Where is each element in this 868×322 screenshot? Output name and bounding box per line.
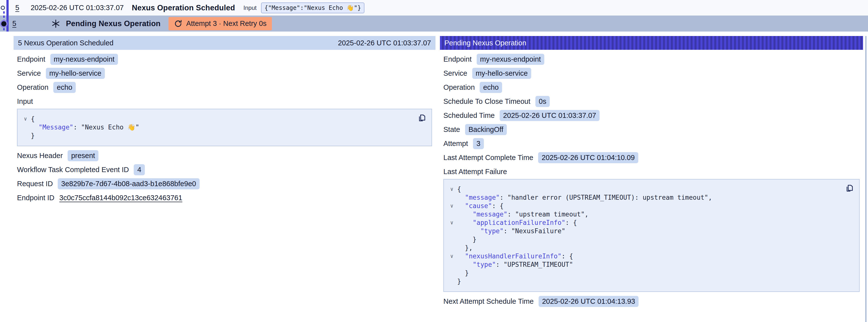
json-text: { xyxy=(457,185,461,193)
field-value-badge: 3 xyxy=(473,138,484,149)
code-gutter xyxy=(446,260,457,269)
json-text: } xyxy=(457,269,469,277)
copy-icon[interactable] xyxy=(844,184,854,193)
timeline-node-selected[interactable] xyxy=(1,21,6,26)
code-line: "Message": "Nexus Echo 👋" xyxy=(20,123,426,131)
failure-section-label: Last Attempt Failure xyxy=(443,166,860,177)
field-label: Endpoint ID xyxy=(17,194,55,202)
pending-panel-header: Pending Nexus Operation xyxy=(440,36,863,50)
json-key: "applicationFailureInfo" xyxy=(473,219,565,227)
timeline-node-open[interactable] xyxy=(1,6,5,10)
scrollbar-track[interactable] xyxy=(865,36,867,322)
json-text: } xyxy=(457,235,476,244)
field-label: Schedule To Close Timeout xyxy=(443,97,530,105)
code-gutter xyxy=(446,269,457,277)
event-title: Pending Nexus Operation xyxy=(66,19,161,28)
scheduled-event-panel: 5 Nexus Operation Scheduled 2025-02-26 U… xyxy=(13,36,435,206)
event-title: Nexus Operation Scheduled xyxy=(132,3,235,12)
json-text: }, xyxy=(457,244,473,252)
field-label: Next Attempt Schedule Time xyxy=(443,297,534,305)
json-key: "cause" xyxy=(465,202,492,210)
field-value-badge: 3e829b7e-7d67-4b08-aad3-b1e868bfe9e0 xyxy=(58,178,199,189)
field-list: Nexus HeaderpresentWorkflow Task Complet… xyxy=(17,150,432,203)
field-value-badge: BackingOff xyxy=(465,124,507,135)
json-text xyxy=(457,227,480,235)
field-row-next-attempt-schedule-time: Next Attempt Schedule Time2025-02-26 UTC… xyxy=(443,296,860,307)
pending-panel-body: Endpointmy-nexus-endpointServicemy-hello… xyxy=(440,50,863,307)
field-label: Service xyxy=(443,69,467,77)
json-key: "nexusHandlerFailureInfo" xyxy=(465,252,561,260)
code-line: ∨ "nexusHandlerFailureInfo": { xyxy=(446,252,853,260)
json-key: "message" xyxy=(465,193,500,202)
json-text: : "Nexus Echo 👋" xyxy=(73,123,139,131)
field-row-attempt: Attempt3 xyxy=(443,138,860,149)
code-gutter xyxy=(446,210,457,219)
json-key: "message" xyxy=(473,210,507,219)
field-value-badge: 2025-02-26 UTC 01:04:13.93 xyxy=(538,296,639,307)
field-label: Operation xyxy=(443,83,475,92)
pending-operation-panel: Pending Nexus Operation Endpointmy-nexus… xyxy=(440,36,863,310)
code-line: } xyxy=(446,269,853,277)
field-label: Attempt xyxy=(443,139,468,148)
field-row-state: StateBackingOff xyxy=(443,124,860,135)
field-value-badge: my-nexus-endpoint xyxy=(477,54,545,65)
json-text xyxy=(31,123,38,131)
field-value-badge: echo xyxy=(53,82,76,93)
field-row-endpoint-id: Endpoint ID3c0c75ccfa8144b092c13ce632463… xyxy=(17,192,432,203)
event-id-link[interactable]: 5 xyxy=(12,20,16,28)
field-value-badge: present xyxy=(68,150,98,161)
json-text: : "handler error (UPSTREAM_TIMEOUT): ups… xyxy=(500,193,712,202)
field-list: Endpointmy-nexus-endpointServicemy-hello… xyxy=(17,54,432,93)
failure-json-viewer: ∨{ "message": "handler error (UPSTREAM_T… xyxy=(443,179,860,292)
event-row-scheduled[interactable]: 5 2025-02-26 UTC 01:03:37.07 Nexus Opera… xyxy=(0,0,868,15)
json-text: } xyxy=(457,277,461,286)
scheduled-panel-header: 5 Nexus Operation Scheduled 2025-02-26 U… xyxy=(13,36,435,50)
code-gutter xyxy=(446,235,457,244)
json-text xyxy=(457,202,465,210)
code-line: "type": "UPSTREAM_TIMEOUT" xyxy=(446,260,853,269)
code-line: } xyxy=(446,235,853,244)
collapse-chevron-icon[interactable]: ∨ xyxy=(446,202,457,210)
field-row-endpoint: Endpointmy-nexus-endpoint xyxy=(443,54,860,65)
code-gutter xyxy=(20,123,31,131)
json-text xyxy=(457,252,465,260)
code-line: } xyxy=(446,277,853,286)
field-row-nexus-header: Nexus Headerpresent xyxy=(17,150,432,161)
field-label: Last Attempt Complete Time xyxy=(443,154,533,162)
scheduled-panel-body: Endpointmy-nexus-endpointServicemy-hello… xyxy=(13,50,435,203)
json-text: } xyxy=(31,131,35,140)
json-text xyxy=(457,219,473,227)
field-row-scheduled-time: Scheduled Time2025-02-26 UTC 01:03:37.07 xyxy=(443,110,860,121)
retry-attempt-badge: Attempt 3 · Next Retry 0s xyxy=(168,17,272,30)
code-line: "type": "NexusFailure" xyxy=(446,227,853,235)
field-list: Endpointmy-nexus-endpointServicemy-hello… xyxy=(443,54,860,163)
field-label: Workflow Task Completed Event ID xyxy=(17,166,129,174)
field-value-badge: my-hello-service xyxy=(472,68,531,79)
json-text: : "upstream timeout", xyxy=(507,210,589,219)
event-id-link[interactable]: 5 xyxy=(15,4,19,12)
code-line: "message": "upstream timeout", xyxy=(446,210,853,219)
field-label: Endpoint xyxy=(17,55,45,63)
event-timestamp: 2025-02-26 UTC 01:03:37.07 xyxy=(31,4,132,12)
code-line: } xyxy=(20,131,426,140)
field-row-workflow-task-completed-event-id: Workflow Task Completed Event ID4 xyxy=(17,164,432,175)
pending-asterisk-icon xyxy=(51,19,60,28)
collapse-chevron-icon[interactable]: ∨ xyxy=(446,219,457,227)
copy-icon[interactable] xyxy=(417,113,427,123)
input-section-label: Input xyxy=(17,96,432,107)
field-list: Next Attempt Schedule Time2025-02-26 UTC… xyxy=(443,296,860,307)
field-value-link[interactable]: 3c0c75ccfa8144b092c13ce632463761 xyxy=(59,194,182,202)
collapse-chevron-icon[interactable]: ∨ xyxy=(446,252,457,260)
field-row-service: Servicemy-hello-service xyxy=(443,68,860,79)
field-label: Endpoint xyxy=(443,55,472,63)
code-line: ∨{ xyxy=(446,185,853,193)
field-label: Service xyxy=(17,69,41,77)
code-line: }, xyxy=(446,244,853,252)
field-value-badge: 0s xyxy=(535,96,550,107)
code-line: ∨ "cause": { xyxy=(446,202,853,210)
event-detail-panels: 5 Nexus Operation Scheduled 2025-02-26 U… xyxy=(0,36,868,310)
event-row-pending[interactable]: 5 Pending Nexus Operation Attempt 3 · Ne… xyxy=(0,15,868,32)
collapse-chevron-icon[interactable]: ∨ xyxy=(446,185,457,193)
collapse-chevron-icon[interactable]: ∨ xyxy=(20,115,31,123)
field-value-badge: 2025-02-26 UTC 01:04:10.09 xyxy=(538,152,638,163)
